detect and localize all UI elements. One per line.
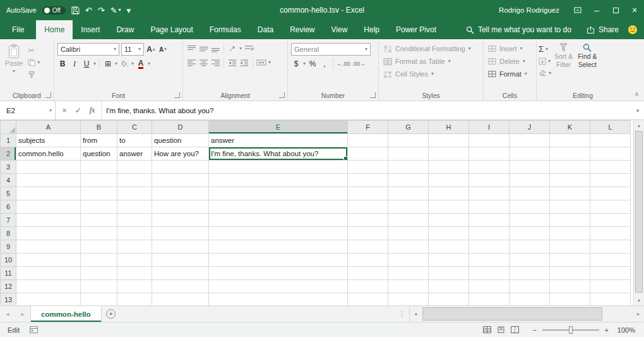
cell-L10[interactable] bbox=[590, 254, 631, 267]
cell-D10[interactable] bbox=[152, 254, 209, 267]
cell-B4[interactable] bbox=[81, 174, 117, 187]
cell-L4[interactable] bbox=[590, 174, 631, 187]
col-header-I[interactable]: I bbox=[469, 121, 510, 134]
cell-J11[interactable] bbox=[510, 267, 550, 280]
cell-B6[interactable] bbox=[81, 200, 117, 214]
name-box[interactable]: E2 ▾ bbox=[0, 101, 56, 119]
cell-I6[interactable] bbox=[469, 200, 510, 214]
cell-I2[interactable] bbox=[469, 147, 510, 161]
autosave-toggle[interactable]: Off bbox=[42, 6, 66, 15]
cell-K3[interactable] bbox=[550, 161, 590, 174]
cell-C8[interactable] bbox=[117, 227, 152, 240]
cell-E9[interactable] bbox=[209, 240, 348, 254]
cell-G2[interactable] bbox=[388, 147, 429, 161]
cell-C10[interactable] bbox=[117, 254, 152, 267]
cell-K13[interactable] bbox=[550, 293, 590, 306]
cell-D13[interactable] bbox=[152, 293, 209, 306]
sort-filter-button[interactable]: Sort & Filter bbox=[552, 42, 575, 78]
cell-H3[interactable] bbox=[429, 161, 469, 174]
cell-A1[interactable]: subjects bbox=[16, 134, 81, 147]
cell-F1[interactable] bbox=[348, 134, 388, 147]
row-header-9[interactable]: 9 bbox=[1, 240, 16, 254]
alignment-dialog-launcher-icon[interactable] bbox=[279, 92, 285, 98]
cell-F9[interactable] bbox=[348, 240, 388, 254]
format-painter-button[interactable] bbox=[28, 70, 40, 79]
cell-F3[interactable] bbox=[348, 161, 388, 174]
cell-K9[interactable] bbox=[550, 240, 590, 254]
cell-J2[interactable] bbox=[510, 147, 550, 161]
comma-style-button[interactable]: , bbox=[319, 58, 330, 70]
cell-A9[interactable] bbox=[16, 240, 81, 254]
cell-B1[interactable]: from bbox=[81, 134, 117, 147]
autosum-button[interactable]: Σ ▾ bbox=[539, 44, 551, 54]
feedback-smiley-icon[interactable] bbox=[626, 20, 644, 39]
maximize-button[interactable] bbox=[606, 0, 625, 20]
decrease-font-size-button[interactable]: A ▾ bbox=[158, 44, 168, 55]
cell-D6[interactable] bbox=[152, 200, 209, 214]
ink-pen-icon[interactable]: ✎ ▾ bbox=[110, 6, 121, 15]
cell-L6[interactable] bbox=[590, 200, 631, 214]
cell-H12[interactable] bbox=[429, 280, 469, 293]
cell-A10[interactable] bbox=[16, 254, 81, 267]
cell-I1[interactable] bbox=[469, 134, 510, 147]
fill-color-button[interactable] bbox=[119, 58, 129, 70]
new-sheet-button[interactable]: + bbox=[102, 306, 121, 322]
cell-D3[interactable] bbox=[152, 161, 209, 174]
cell-F13[interactable] bbox=[348, 293, 388, 306]
tab-draw[interactable]: Draw bbox=[108, 20, 142, 39]
cell-A2[interactable]: common.hello bbox=[16, 147, 81, 161]
cell-C7[interactable] bbox=[117, 214, 152, 227]
conditional-formatting-button[interactable]: Conditional Formatting ▾ bbox=[382, 43, 480, 54]
save-icon[interactable] bbox=[71, 6, 80, 15]
tab-insert[interactable]: Insert bbox=[73, 20, 108, 39]
align-top-button[interactable] bbox=[186, 43, 196, 54]
cell-K8[interactable] bbox=[550, 227, 590, 240]
cell-L11[interactable] bbox=[590, 267, 631, 280]
cell-J10[interactable] bbox=[510, 254, 550, 267]
cell-K4[interactable] bbox=[550, 174, 590, 187]
cell-H4[interactable] bbox=[429, 174, 469, 187]
cell-J7[interactable] bbox=[510, 214, 550, 227]
collapse-ribbon-icon[interactable]: ∧ bbox=[635, 90, 639, 97]
formula-input[interactable]: I'm fine, thanks. What about you? bbox=[101, 101, 631, 119]
align-middle-button[interactable] bbox=[198, 43, 208, 54]
cell-I5[interactable] bbox=[469, 187, 510, 200]
cell-G8[interactable] bbox=[388, 227, 429, 240]
cell-J4[interactable] bbox=[510, 174, 550, 187]
format-as-table-button[interactable]: Format as Table ▾ bbox=[382, 56, 480, 67]
scroll-down-icon[interactable]: ▾ bbox=[634, 295, 644, 305]
cell-B12[interactable] bbox=[81, 280, 117, 293]
cell-F10[interactable] bbox=[348, 254, 388, 267]
cell-E4[interactable] bbox=[209, 174, 348, 187]
cell-E3[interactable] bbox=[209, 161, 348, 174]
cell-B7[interactable] bbox=[81, 214, 117, 227]
decrease-indent-button[interactable] bbox=[227, 57, 237, 68]
align-center-button[interactable] bbox=[198, 57, 208, 68]
redo-icon[interactable]: ↷ bbox=[98, 6, 105, 15]
col-header-D[interactable]: D bbox=[152, 121, 209, 134]
cell-L5[interactable] bbox=[590, 187, 631, 200]
cell-K10[interactable] bbox=[550, 254, 590, 267]
cell-K11[interactable] bbox=[550, 267, 590, 280]
cell-A6[interactable] bbox=[16, 200, 81, 214]
cell-G10[interactable] bbox=[388, 254, 429, 267]
tab-home[interactable]: Home bbox=[36, 20, 73, 39]
cell-D5[interactable] bbox=[152, 187, 209, 200]
ribbon-display-options-icon[interactable] bbox=[568, 0, 587, 20]
cell-I3[interactable] bbox=[469, 161, 510, 174]
cell-L3[interactable] bbox=[590, 161, 631, 174]
scroll-up-icon[interactable]: ▴ bbox=[634, 120, 644, 130]
cell-G1[interactable] bbox=[388, 134, 429, 147]
zoom-slider[interactable] bbox=[542, 329, 599, 331]
cell-C12[interactable] bbox=[117, 280, 152, 293]
cell-F4[interactable] bbox=[348, 174, 388, 187]
macro-recording-icon[interactable] bbox=[30, 326, 38, 333]
page-layout-view-button[interactable] bbox=[497, 326, 505, 333]
scroll-right-icon[interactable]: ▸ bbox=[633, 306, 644, 322]
cell-G12[interactable] bbox=[388, 280, 429, 293]
close-button[interactable]: × bbox=[625, 0, 644, 20]
cell-D4[interactable] bbox=[152, 174, 209, 187]
cell-K5[interactable] bbox=[550, 187, 590, 200]
cell-I10[interactable] bbox=[469, 254, 510, 267]
cell-B3[interactable] bbox=[81, 161, 117, 174]
